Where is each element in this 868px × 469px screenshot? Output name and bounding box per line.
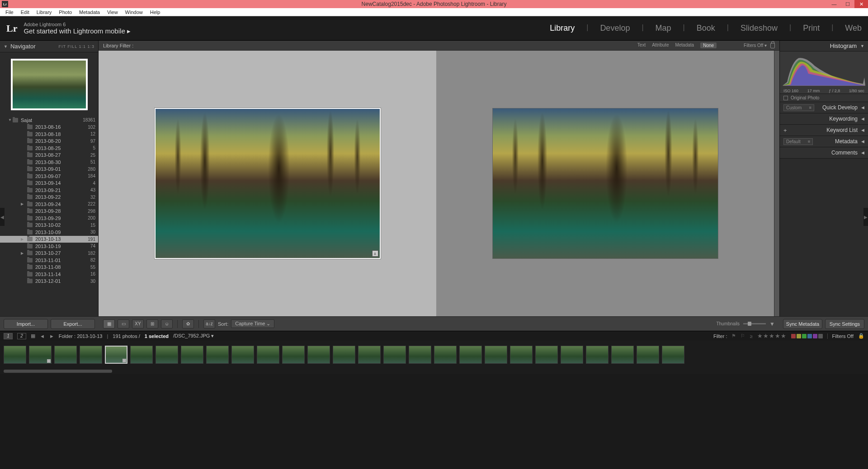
filmstrip-thumb[interactable] xyxy=(257,346,279,364)
compare-view-icon[interactable]: XY xyxy=(132,319,144,328)
module-web[interactable]: Web xyxy=(845,23,862,33)
keyword-list-header[interactable]: + Keyword List ◀ xyxy=(780,125,868,136)
source-label[interactable]: Folder : 2013-10-13 xyxy=(59,333,103,339)
filmstrip[interactable]: ±± xyxy=(0,341,868,369)
filmstrip-thumb[interactable] xyxy=(307,346,330,364)
folder-row[interactable]: 2013-09-01280 xyxy=(0,166,98,173)
sort-dropdown[interactable]: Capture Time ⌄ xyxy=(231,319,274,328)
filmstrip-scrollbar[interactable] xyxy=(0,369,868,374)
quick-develop-header[interactable]: Custom Quick Develop ◀ xyxy=(780,102,868,113)
folder-row[interactable]: 2013-09-144 xyxy=(0,180,98,187)
folder-row[interactable]: 2013-09-07184 xyxy=(0,173,98,180)
filmstrip-thumb[interactable] xyxy=(586,346,609,364)
folder-row[interactable]: 2013-12-0130 xyxy=(0,278,98,285)
flag-reject-icon[interactable]: ⚐ xyxy=(741,333,745,339)
module-map[interactable]: Map xyxy=(656,23,671,33)
navigator-preview[interactable] xyxy=(0,52,98,117)
sync-settings-button[interactable]: Sync Settings xyxy=(825,319,864,329)
rating-filter[interactable]: ★★★★★ xyxy=(757,333,787,339)
filter-tab-metadata[interactable]: Metadata xyxy=(675,42,694,48)
treatment-select[interactable]: Custom xyxy=(783,104,814,111)
survey-cell-6[interactable]: 6 xyxy=(436,51,774,316)
back-icon[interactable]: ◄ xyxy=(40,333,45,339)
folder-row[interactable]: ▶2013-10-13191 xyxy=(0,236,98,243)
filmstrip-thumb[interactable] xyxy=(459,346,482,364)
module-book[interactable]: Book xyxy=(697,23,715,33)
lock-icon[interactable] xyxy=(770,43,775,48)
metadata-preset-select[interactable]: Default xyxy=(783,138,813,145)
filters-off-dropdown[interactable]: Filters Off ▾ xyxy=(744,43,767,48)
folder-row[interactable]: 2013-08-3051 xyxy=(0,159,98,166)
filmstrip-thumb[interactable] xyxy=(561,346,583,364)
painter-tool-icon[interactable]: ✿ xyxy=(182,319,194,328)
menu-library[interactable]: Library xyxy=(33,9,56,15)
filmstrip-thumb[interactable] xyxy=(485,346,507,364)
module-print[interactable]: Print xyxy=(803,23,820,33)
sync-metadata-button[interactable]: Sync Metadata xyxy=(783,319,822,329)
folder-row[interactable]: 2013-11-0855 xyxy=(0,264,98,271)
folder-row[interactable]: ▶2013-09-24222 xyxy=(0,201,98,208)
filmstrip-thumb[interactable] xyxy=(333,346,355,364)
folder-row[interactable]: 2013-09-2143 xyxy=(0,187,98,194)
filter-tab-attribute[interactable]: Attribute xyxy=(652,42,669,48)
histogram-panel[interactable]: ISO 160 17 mm ƒ / 2,8 1/80 sec xyxy=(780,52,868,94)
comments-header[interactable]: Comments ◀ xyxy=(780,147,868,159)
menu-view[interactable]: View xyxy=(104,9,122,15)
module-develop[interactable]: Develop xyxy=(600,23,630,33)
folder-row[interactable]: 2013-08-2097 xyxy=(0,138,98,145)
menu-photo[interactable]: Photo xyxy=(55,9,75,15)
photo-6[interactable] xyxy=(492,108,718,259)
filters-preset-dropdown[interactable]: Filters Off xyxy=(827,333,854,339)
color-label-filter[interactable] xyxy=(791,334,823,338)
filmstrip-thumb[interactable] xyxy=(637,346,659,364)
filmstrip-thumb[interactable] xyxy=(54,346,77,364)
filter-tab-text[interactable]: Text xyxy=(637,42,646,48)
menu-window[interactable]: Window xyxy=(122,9,146,15)
import-button[interactable]: Import... xyxy=(4,319,48,329)
toolbar-menu-icon[interactable]: ▼ xyxy=(769,321,775,327)
filename[interactable]: /DSC_7952.JPG ▾ xyxy=(173,333,214,339)
survey-cell-5[interactable]: 5 ± xyxy=(99,51,436,316)
histogram-header[interactable]: Histogram ▼ xyxy=(780,41,868,52)
keywording-header[interactable]: Keywording ◀ xyxy=(780,113,868,125)
folder-row[interactable]: 2013-09-2232 xyxy=(0,194,98,201)
navigator-header[interactable]: ▼ Navigator FIT FILL 1:1 1:3 xyxy=(0,41,98,52)
menu-edit[interactable]: Edit xyxy=(17,9,33,15)
grid-icon[interactable]: ▦ xyxy=(31,333,35,339)
folder-row[interactable]: 2013-08-2725 xyxy=(0,152,98,159)
module-library[interactable]: Library xyxy=(550,23,575,33)
mobile-cta[interactable]: Get started with Lightroom mobile ▸ xyxy=(24,27,130,35)
filter-tab-none[interactable]: None xyxy=(700,42,717,48)
minimize-button[interactable]: — xyxy=(827,0,841,8)
filmstrip-thumb[interactable] xyxy=(181,346,203,364)
folder-row[interactable]: 2013-08-255 xyxy=(0,145,98,152)
metadata-header[interactable]: Default Metadata ◀ xyxy=(780,136,868,147)
checkbox-icon[interactable] xyxy=(783,96,788,100)
folder-row[interactable]: 2013-08-16102 xyxy=(0,124,98,131)
folder-row[interactable]: 2013-10-1974 xyxy=(0,243,98,250)
original-photo-row[interactable]: Original Photo xyxy=(780,94,868,102)
folder-row[interactable]: 2013-08-1812 xyxy=(0,131,98,138)
navigator-zoom-options[interactable]: FIT FILL 1:1 1:3 xyxy=(58,44,94,49)
filmstrip-thumb[interactable] xyxy=(130,346,153,364)
filmstrip-thumb[interactable] xyxy=(409,346,431,364)
add-keyword-icon[interactable]: + xyxy=(783,127,787,134)
flag-pick-icon[interactable]: ⚑ xyxy=(731,333,736,339)
right-panel-toggle[interactable]: ▶ xyxy=(863,208,868,226)
maximize-button[interactable]: ☐ xyxy=(841,0,854,8)
folder-row[interactable]: ▶2013-10-27182 xyxy=(0,250,98,257)
folder-row[interactable]: 2013-09-29200 xyxy=(0,215,98,222)
filmstrip-thumb[interactable] xyxy=(434,346,457,364)
loupe-view-icon[interactable]: ▭ xyxy=(118,319,129,328)
filter-lock-icon[interactable]: 🔒 xyxy=(858,333,864,339)
filmstrip-thumb[interactable] xyxy=(383,346,406,364)
people-view-icon[interactable]: ☺ xyxy=(161,319,173,328)
menu-help[interactable]: Help xyxy=(146,9,164,15)
filmstrip-thumb[interactable] xyxy=(206,346,229,364)
filmstrip-thumb[interactable] xyxy=(358,346,381,364)
scrollbar-vertical[interactable] xyxy=(774,51,779,316)
thumbnail-size-slider[interactable] xyxy=(743,323,766,324)
menu-metadata[interactable]: Metadata xyxy=(75,9,104,15)
filmstrip-thumb[interactable] xyxy=(4,346,26,364)
second-window-button[interactable]: 2 xyxy=(17,333,26,339)
